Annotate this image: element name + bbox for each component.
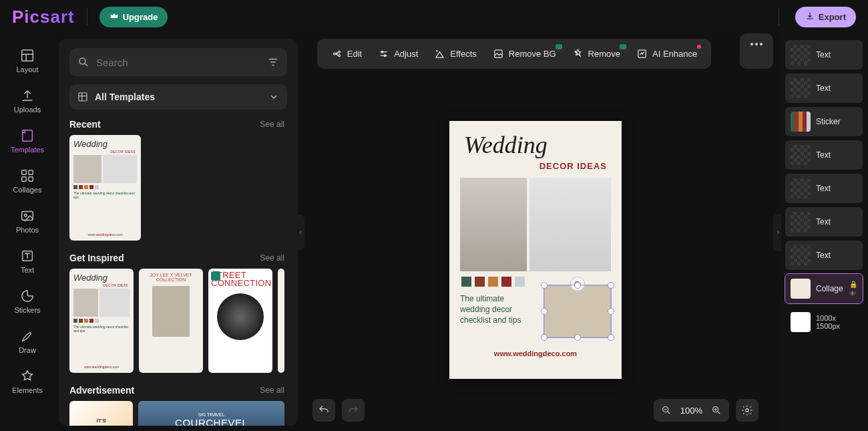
artboard[interactable]: Wedding DECOR IDEAS The ultimate we xyxy=(449,121,622,379)
resize-handle[interactable] xyxy=(608,282,614,289)
svg-rect-16 xyxy=(495,50,502,57)
layer-item[interactable]: Text xyxy=(785,140,863,170)
undo-button[interactable] xyxy=(312,399,335,422)
zoom-in-button[interactable] xyxy=(706,405,726,416)
templates-dropdown[interactable]: All Templates xyxy=(69,84,287,110)
rail-item-uploads[interactable]: Uploads xyxy=(5,83,50,120)
rail-item-templates[interactable]: Templates xyxy=(5,123,50,160)
tool-more-button[interactable] xyxy=(740,33,773,69)
template-card[interactable]: SKI TRAVEL COURCHEVEL xyxy=(138,401,284,426)
resize-handle[interactable] xyxy=(574,334,581,341)
template-card[interactable]: JOY LEE X VELVET COLLECTION xyxy=(139,269,203,373)
filter-icon[interactable] xyxy=(267,56,279,68)
layer-item[interactable]: Text xyxy=(785,40,863,69)
section-inspired: Get Inspired See all Wedding DECOR IDEAS… xyxy=(69,253,284,373)
tool-removebg[interactable]: Remove BG xyxy=(485,43,564,65)
lock-icon[interactable]: 🔒 xyxy=(849,281,857,288)
search-bar[interactable] xyxy=(69,48,287,76)
rail-label: Stickers xyxy=(14,306,40,314)
rail-item-text[interactable]: Text xyxy=(5,243,50,281)
search-input[interactable] xyxy=(96,57,260,68)
swatch xyxy=(515,277,525,287)
svg-rect-2 xyxy=(22,170,26,174)
tool-aienhance[interactable]: AI Enhance xyxy=(629,43,704,65)
collages-icon xyxy=(20,168,35,183)
template-card[interactable]: Wedding DECOR IDEAS The ultimate wedding… xyxy=(69,269,134,373)
section-title: Advertisement xyxy=(69,385,134,396)
text-icon xyxy=(20,249,35,263)
rail-label: Uploads xyxy=(14,106,41,114)
draw-icon xyxy=(20,329,35,343)
layer-item[interactable]: Text xyxy=(785,74,863,103)
tool-adjust[interactable]: Adjust xyxy=(371,43,425,65)
zoom-value[interactable]: 100% xyxy=(676,406,706,416)
brand-logo: Picsart xyxy=(12,7,75,27)
tool-edit[interactable]: Edit xyxy=(324,43,369,65)
upload-icon xyxy=(20,88,35,103)
template-card[interactable]: Wedding DECOR IDEAS The ultimate wedding… xyxy=(69,135,141,241)
svg-point-12 xyxy=(338,51,340,53)
section-recent: Recent See all Wedding DECOR IDEAS The u… xyxy=(69,119,284,241)
template-card[interactable]: STREET CONNECTION xyxy=(208,269,272,373)
rail-item-photos[interactable]: Photos xyxy=(5,203,50,241)
selected-element[interactable]: ⟳ xyxy=(544,285,611,337)
upgrade-button[interactable]: Upgrade xyxy=(99,7,168,27)
template-card[interactable] xyxy=(278,269,284,373)
layout-icon xyxy=(20,48,35,63)
rail-label: Collages xyxy=(13,186,42,194)
export-button[interactable]: Export xyxy=(795,7,856,27)
resize-handle[interactable] xyxy=(608,308,614,315)
rail-item-draw[interactable]: Draw xyxy=(5,323,50,361)
pro-badge-icon xyxy=(211,271,220,281)
pro-badge-icon xyxy=(620,44,626,49)
visibility-icon[interactable]: 👁 xyxy=(849,290,857,297)
rail-label: Templates xyxy=(11,146,44,154)
layer-item[interactable]: Collage 🔒👁 xyxy=(785,274,863,303)
tool-remove[interactable]: Remove xyxy=(565,43,628,65)
resize-handle[interactable] xyxy=(574,282,581,289)
resize-handle[interactable] xyxy=(541,282,548,289)
rail-label: Photos xyxy=(16,226,39,234)
see-all-link[interactable]: See all xyxy=(260,386,284,395)
export-label: Export xyxy=(819,12,846,22)
resize-handle[interactable] xyxy=(541,334,548,341)
redo-button[interactable] xyxy=(342,399,365,422)
swatch xyxy=(461,277,471,287)
photos-icon xyxy=(20,208,35,223)
layer-item[interactable]: Text xyxy=(785,241,863,270)
section-title: Get Inspired xyxy=(69,253,124,263)
settings-button[interactable] xyxy=(736,399,758,422)
upgrade-label: Upgrade xyxy=(123,12,158,22)
template-card[interactable]: IT'S xyxy=(69,401,133,426)
selection-outline xyxy=(544,285,612,338)
layer-item[interactable]: Text xyxy=(785,207,863,237)
rail-item-collages[interactable]: Collages xyxy=(5,163,50,200)
section-advert: Advertisement See all IT'S SKI TRAVEL CO… xyxy=(69,385,284,426)
svg-point-9 xyxy=(79,58,85,64)
svg-rect-0 xyxy=(22,50,33,61)
layer-item[interactable]: Text xyxy=(785,174,863,203)
svg-rect-5 xyxy=(29,177,33,181)
rail-label: Draw xyxy=(19,346,36,354)
resize-handle[interactable] xyxy=(541,308,548,315)
svg-point-13 xyxy=(338,55,340,57)
rail-item-layout[interactable]: Layout xyxy=(5,43,50,80)
canvas-size-item[interactable]: 1000x1500px xyxy=(785,307,863,337)
rail-item-elements[interactable]: Elements xyxy=(5,364,50,401)
zoom-out-button[interactable] xyxy=(656,405,676,416)
see-all-link[interactable]: See all xyxy=(260,120,284,129)
resize-handle[interactable] xyxy=(608,334,614,341)
crown-icon xyxy=(110,11,119,23)
stickers-icon xyxy=(20,289,35,303)
layer-item[interactable]: Sticker xyxy=(785,107,863,136)
chevron-down-icon xyxy=(268,92,279,102)
tool-effects[interactable]: Effects xyxy=(427,43,484,65)
rail-label: Text xyxy=(21,266,34,274)
svg-rect-4 xyxy=(22,177,26,181)
see-all-link[interactable]: See all xyxy=(260,253,284,263)
section-title: Recent xyxy=(69,119,101,130)
svg-rect-3 xyxy=(29,170,33,174)
svg-rect-1 xyxy=(23,130,33,142)
rail-item-stickers[interactable]: Stickers xyxy=(5,283,50,321)
svg-point-7 xyxy=(24,214,27,217)
